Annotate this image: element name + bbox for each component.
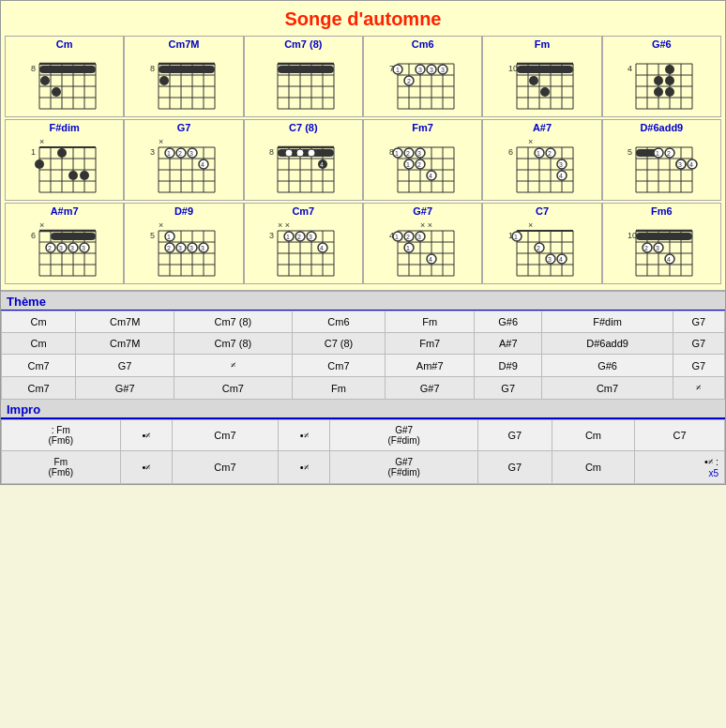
svg-text:8: 8 (269, 147, 274, 157)
impro-cell: G#7(F#dim) (330, 451, 478, 484)
svg-text:2: 2 (644, 245, 648, 251)
svg-rect-40 (278, 66, 334, 73)
theme-cell: D#9 (475, 355, 542, 377)
theme-cell: G#7 (76, 377, 174, 400)
svg-text:3: 3 (678, 161, 682, 168)
svg-text:3: 3 (309, 234, 312, 240)
theme-cell: Cm7M (76, 311, 174, 333)
svg-point-94 (665, 87, 674, 97)
svg-text:6: 6 (31, 231, 36, 240)
svg-point-92 (665, 76, 674, 85)
svg-text:1: 1 (31, 147, 36, 157)
theme-cell: Fm (386, 311, 475, 333)
svg-point-76 (529, 76, 538, 85)
chord-asm7: A#m7 × 6 (5, 203, 124, 284)
impro-row-1: : Fm(Fm6) •𝄎 Cm7 •𝄎 G#7(F#dim) G7 Cm C7 (2, 420, 725, 451)
theme-cell: F#dim (542, 311, 673, 333)
theme-cell: Cm7 (174, 377, 293, 400)
svg-point-91 (654, 76, 663, 85)
svg-point-111 (80, 171, 89, 180)
svg-text:1: 1 (395, 150, 399, 157)
theme-cell: Cm7 (292, 355, 386, 377)
chord-g7: G7 × 3 1 (124, 119, 243, 201)
chord-c7-8: C7 (8) 8 1 (244, 119, 363, 201)
svg-text:1: 1 (514, 234, 518, 240)
svg-text:2: 2 (406, 234, 410, 240)
page-title: Songe d'automne (1, 1, 725, 34)
svg-text:2: 2 (407, 78, 411, 84)
theme-cell: Cm7 (2, 377, 76, 400)
svg-point-77 (540, 87, 550, 97)
theme-table: Cm Cm7M Cm7 (8) Cm6 Fm G#6 F#dim G7 Cm C… (1, 311, 725, 400)
svg-rect-27 (159, 66, 215, 73)
chord-cm7-8: Cm7 (8) (244, 36, 363, 117)
chord-gs7: G#7 × × 4 1 (363, 203, 482, 284)
theme-cell: G7 (475, 377, 542, 400)
svg-text:×: × (528, 137, 533, 146)
svg-point-28 (159, 76, 169, 85)
svg-text:3: 3 (59, 245, 63, 251)
theme-cell: Fm7 (386, 333, 475, 355)
svg-text:1: 1 (167, 150, 171, 157)
svg-rect-235 (51, 233, 96, 240)
chord-ds6add9: D#6add9 5 1 (602, 119, 721, 201)
main-container: Songe d'automne Cm 8 (0, 0, 726, 485)
svg-text:2: 2 (667, 150, 671, 157)
svg-text:3: 3 (201, 245, 204, 251)
svg-text:4: 4 (429, 256, 432, 263)
impro-row-2: Fm(Fm6) •𝄎 Cm7 •𝄎 G#7(F#dim) G7 Cm •𝄎 :x… (2, 451, 725, 484)
svg-text:×: × (159, 220, 163, 230)
svg-text:3: 3 (178, 245, 182, 251)
svg-text:3: 3 (309, 150, 312, 157)
svg-text:5: 5 (628, 147, 632, 157)
svg-text:1: 1 (406, 245, 410, 251)
svg-text:4: 4 (320, 245, 324, 251)
impro-cell: : Fm(Fm6) (2, 420, 121, 451)
svg-text:3: 3 (82, 245, 85, 251)
svg-text:5: 5 (150, 231, 155, 240)
impro-cell: Fm(Fm6) (2, 451, 121, 484)
theme-row-1: Cm Cm7M Cm7 (8) Cm6 Fm G#6 F#dim G7 (2, 311, 725, 333)
chord-cm7: Cm7 × × 3 1 (244, 203, 363, 284)
svg-text:2: 2 (178, 150, 182, 157)
impro-cell: G7 (478, 420, 552, 451)
impro-cell: Cm7 (173, 420, 279, 451)
theme-cell: Cm (2, 311, 76, 333)
theme-cell: G#6 (542, 355, 673, 377)
svg-text:1: 1 (286, 150, 290, 157)
theme-cell: 𝄎 (673, 377, 724, 400)
svg-text:3: 3 (417, 234, 421, 240)
svg-text:1: 1 (395, 234, 399, 240)
chord-cm: Cm 8 (5, 36, 124, 117)
svg-text:3: 3 (189, 245, 193, 251)
theme-cell: Cm7 (2, 355, 76, 377)
svg-text:1: 1 (537, 150, 540, 157)
svg-point-110 (68, 171, 78, 180)
svg-text:1: 1 (286, 234, 290, 240)
svg-text:×: × (39, 220, 44, 230)
theme-row-2: Cm Cm7M Cm7 (8) C7 (8) Fm7 A#7 D#6add9 G… (2, 333, 725, 355)
svg-rect-344 (636, 233, 692, 240)
theme-cell: Cm6 (292, 311, 386, 333)
svg-point-13 (40, 76, 50, 85)
svg-rect-12 (39, 66, 96, 73)
theme-cell: G#7 (386, 377, 475, 400)
svg-text:3: 3 (417, 150, 421, 157)
svg-text:4: 4 (689, 161, 693, 168)
impro-cell: C7 (635, 420, 725, 451)
theme-label: Thème (1, 292, 725, 311)
chord-fm7: Fm7 8 1 (363, 119, 482, 201)
svg-text:1: 1 (656, 150, 659, 157)
impro-cell: •𝄎 :x5 (635, 451, 725, 484)
impro-cell: G#7(F#dim) (330, 420, 478, 451)
impro-cell: Cm7 (173, 451, 279, 484)
impro-label: Impro (1, 400, 725, 419)
svg-text:3: 3 (150, 147, 155, 157)
svg-text:4: 4 (667, 256, 671, 263)
svg-text:1: 1 (406, 161, 410, 168)
chord-gs6: G#6 4 (602, 36, 721, 117)
svg-text:3: 3 (269, 231, 274, 240)
svg-text:3: 3 (70, 245, 74, 251)
svg-text:3: 3 (430, 67, 433, 73)
svg-text:3: 3 (656, 245, 659, 251)
